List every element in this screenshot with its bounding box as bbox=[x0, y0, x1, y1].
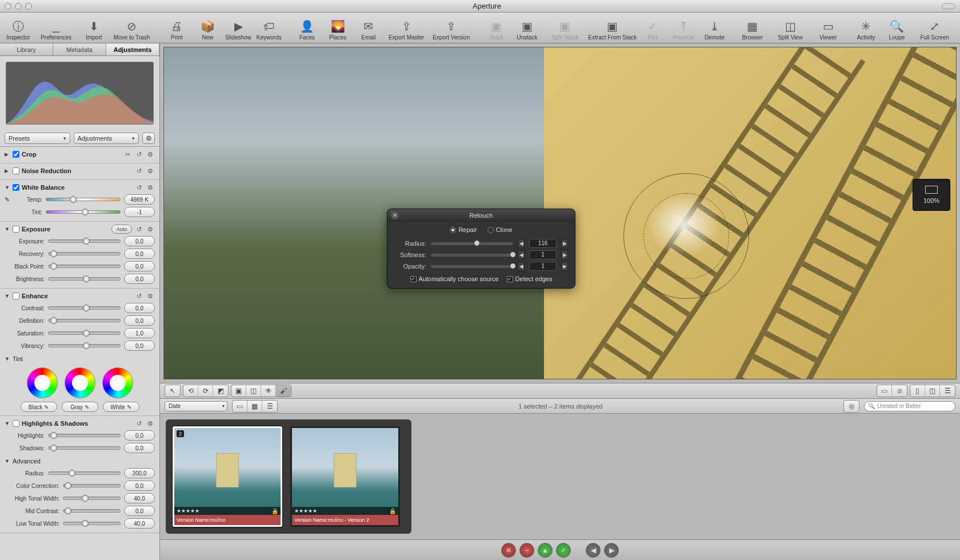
tint-wheel-black[interactable] bbox=[27, 367, 58, 398]
select-button[interactable]: ✓ bbox=[556, 543, 571, 558]
param-value[interactable]: 200,0 bbox=[124, 468, 155, 478]
param-value[interactable]: 0,0 bbox=[124, 303, 155, 313]
stepper-down-icon[interactable]: ◀ bbox=[518, 250, 525, 259]
toolbar-demote[interactable]: ⤓Demote bbox=[699, 17, 729, 43]
retouch-opacity-slider[interactable] bbox=[431, 265, 513, 268]
disclosure-icon[interactable]: ▼ bbox=[5, 293, 10, 299]
gear-icon[interactable]: ⚙ bbox=[146, 293, 155, 300]
tab-metadata[interactable]: Metadata bbox=[53, 43, 106, 55]
wb-tint-slider[interactable] bbox=[46, 210, 121, 214]
toolbar-export-version[interactable]: ⇪Export Version bbox=[429, 17, 473, 43]
tint-wheel-white[interactable] bbox=[102, 367, 133, 398]
toolbar-slideshow[interactable]: ▶Slideshow bbox=[223, 17, 253, 43]
wb-tint-value[interactable]: -1 bbox=[124, 207, 155, 217]
close-icon[interactable]: ✕ bbox=[391, 211, 399, 219]
exposure-enable-checkbox[interactable] bbox=[13, 226, 19, 233]
disclosure-icon[interactable]: ▼ bbox=[5, 458, 10, 464]
retouch-auto-source-checkbox[interactable]: ✓Automatically choose source bbox=[410, 275, 499, 282]
enhance-enable-checkbox[interactable] bbox=[13, 293, 19, 299]
param-value[interactable]: 0,0 bbox=[124, 249, 155, 259]
retouch-hud[interactable]: ✕ Retouch Repair Clone Radius: ◀ 116 ▶ bbox=[387, 209, 575, 289]
toolbar-split-view[interactable]: ◫Split View bbox=[769, 17, 813, 43]
param-value[interactable]: 0,0 bbox=[124, 341, 155, 351]
crop-tool-icon[interactable]: ▣ bbox=[231, 385, 246, 397]
reject-button[interactable]: ✕ bbox=[501, 543, 516, 558]
disclosure-icon[interactable]: ▼ bbox=[5, 356, 10, 362]
param-value[interactable]: 40,0 bbox=[124, 518, 155, 529]
toolbar-new[interactable]: 📦New bbox=[193, 17, 222, 43]
hs-enable-checkbox[interactable] bbox=[13, 420, 19, 427]
adjustments-dropdown[interactable]: Adjustments bbox=[74, 133, 139, 144]
crop-enable-checkbox[interactable] bbox=[13, 151, 19, 158]
reset-icon[interactable]: ↺ bbox=[134, 293, 143, 300]
stepper-down-icon[interactable]: ◀ bbox=[518, 262, 525, 271]
retouch-opacity-value[interactable]: 1 bbox=[529, 262, 557, 271]
param-slider[interactable] bbox=[48, 471, 121, 475]
param-value[interactable]: 0,0 bbox=[124, 481, 155, 491]
toolbar-activity[interactable]: ✳Activity bbox=[851, 17, 881, 43]
reset-icon[interactable]: ↺ bbox=[134, 184, 143, 191]
toolbar-email[interactable]: ✉Email bbox=[354, 17, 383, 43]
tab-adjustments[interactable]: Adjustments bbox=[106, 43, 159, 55]
tint-black-button[interactable]: Black✎ bbox=[21, 402, 57, 412]
view-grid-icon[interactable]: ▦ bbox=[247, 401, 262, 412]
wb-temp-value[interactable]: 4989 K bbox=[124, 194, 155, 205]
toolbar-inspector[interactable]: ⓘInspector bbox=[3, 17, 33, 43]
thumbnail[interactable]: ★★★★★🔒Version Name: mulino - Version 2 bbox=[290, 426, 400, 527]
layout-a-icon[interactable]: ▯ bbox=[910, 385, 925, 397]
param-slider[interactable] bbox=[48, 446, 121, 450]
param-slider[interactable] bbox=[48, 277, 121, 281]
search-input[interactable]: 🔍 Unrated or Better bbox=[864, 401, 955, 411]
gear-icon[interactable]: ⚙ bbox=[146, 184, 155, 191]
straighten-icon[interactable]: ◩ bbox=[213, 385, 228, 397]
layout-c-icon[interactable]: ☰ bbox=[940, 385, 955, 397]
toolbar-faces[interactable]: 👤Faces bbox=[292, 17, 322, 43]
image-viewer[interactable]: 100% ✕ Retouch Repair Clone Radius: ◀ bbox=[163, 47, 957, 379]
minimize-window-button[interactable] bbox=[15, 3, 22, 10]
rate-up-button[interactable]: ▲ bbox=[538, 543, 553, 558]
wb-enable-checkbox[interactable] bbox=[13, 184, 19, 191]
gear-icon[interactable]: ⚙ bbox=[146, 226, 155, 233]
layout-b-icon[interactable]: ◫ bbox=[925, 385, 940, 397]
stepper-up-icon[interactable]: ▶ bbox=[561, 250, 568, 259]
presets-dropdown[interactable]: Presets bbox=[5, 133, 70, 144]
param-slider[interactable] bbox=[48, 319, 121, 322]
disclosure-icon[interactable]: ▼ bbox=[5, 421, 10, 426]
disclosure-icon[interactable]: ▶ bbox=[5, 168, 10, 174]
toolbar-viewer[interactable]: ▭Viewer bbox=[813, 17, 843, 43]
tint-gray-button[interactable]: Gray✎ bbox=[62, 402, 98, 412]
gear-icon[interactable]: ⚙ bbox=[146, 167, 155, 175]
eyedropper-icon[interactable]: ✎ bbox=[5, 196, 16, 203]
param-value[interactable]: 0,0 bbox=[124, 315, 155, 326]
reset-icon[interactable]: ↺ bbox=[134, 420, 143, 427]
reset-icon[interactable]: ↺ bbox=[134, 151, 143, 158]
view-filmstrip-icon[interactable]: ▭ bbox=[233, 401, 247, 412]
param-slider[interactable] bbox=[63, 484, 121, 487]
param-value[interactable]: 40,0 bbox=[124, 493, 155, 503]
zoom-hud[interactable]: 100% bbox=[913, 179, 950, 211]
exposure-auto-button[interactable]: Auto bbox=[111, 225, 132, 234]
toolbar-places[interactable]: 🌄Places bbox=[323, 17, 353, 43]
filter-hud-icon[interactable]: ◎ bbox=[844, 401, 859, 412]
param-value[interactable]: 0,0 bbox=[124, 236, 155, 246]
param-slider[interactable] bbox=[48, 306, 121, 310]
param-value[interactable]: 0,0 bbox=[124, 261, 155, 271]
param-value[interactable]: 0,0 bbox=[124, 443, 155, 453]
disclosure-icon[interactable]: ▼ bbox=[5, 185, 10, 190]
primary-only-icon[interactable]: ▭ bbox=[877, 385, 892, 397]
retouch-softness-slider[interactable] bbox=[431, 254, 513, 257]
adjustments-gear-icon[interactable]: ⚙ bbox=[142, 133, 155, 144]
toolbar-toggle-pill[interactable] bbox=[942, 3, 955, 9]
toolbar-import[interactable]: ⬇Import bbox=[79, 17, 109, 43]
tab-library[interactable]: Library bbox=[0, 43, 53, 55]
toolbar-extract-from-stack[interactable]: ▣Extract From Stack bbox=[588, 17, 637, 43]
reset-icon[interactable]: ↺ bbox=[134, 226, 143, 233]
view-list-icon[interactable]: ☰ bbox=[262, 401, 277, 412]
param-slider[interactable] bbox=[48, 252, 121, 255]
crop-tool-icon[interactable]: ✂ bbox=[123, 151, 132, 158]
param-value[interactable]: 0,0 bbox=[124, 506, 155, 516]
toolbar-browser[interactable]: ▦Browser bbox=[738, 17, 767, 43]
prev-image-button[interactable]: ◀ bbox=[586, 543, 601, 558]
retouch-detect-edges-checkbox[interactable]: ✓Detect edges bbox=[507, 275, 553, 282]
disclosure-icon[interactable]: ▼ bbox=[5, 226, 10, 232]
